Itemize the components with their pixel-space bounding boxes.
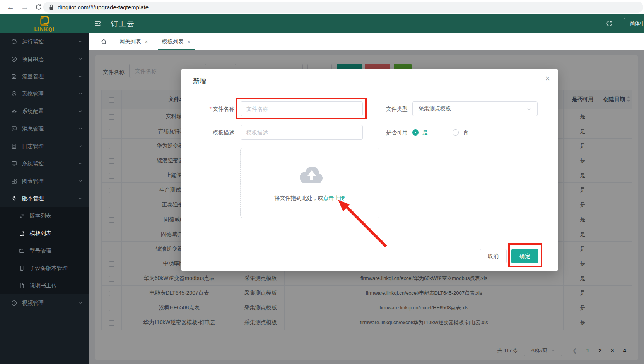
sidebar-item-系统配置[interactable]: 系统配置 <box>0 103 89 120</box>
sidebar-item-流量管理[interactable]: 流量管理 <box>0 68 89 85</box>
radio-yes-label: 是 <box>422 129 428 136</box>
chevron-down-icon <box>78 300 83 307</box>
lock-icon <box>49 4 54 10</box>
logo: LINKQI <box>0 15 89 33</box>
close-icon[interactable]: × <box>145 39 148 45</box>
chevron-down-icon <box>78 74 83 80</box>
gear-icon <box>11 108 17 115</box>
chevron-down-icon <box>78 91 83 98</box>
radio-yes[interactable] <box>412 129 419 136</box>
chevron-down-icon <box>78 179 83 185</box>
refresh-icon <box>11 38 17 45</box>
upload-hint: 将文件拖到此处，或点击上传 <box>241 195 379 202</box>
tab-模板列表[interactable]: 模板列表× <box>161 33 192 50</box>
file-type-select[interactable]: 采集测点模板 <box>412 101 538 116</box>
address-bar[interactable]: dingiiot.com/#/upgrade-tagtemplate <box>43 2 643 13</box>
sidebar-item-消息管理[interactable]: 消息管理 <box>0 120 89 137</box>
rocket-icon <box>11 195 17 202</box>
url-text: dingiiot.com/#/upgrade-tagtemplate <box>58 4 149 10</box>
sidebar-item-图表管理[interactable]: 图表管理 <box>0 172 89 190</box>
model-icon <box>19 247 25 254</box>
monitor-icon <box>11 160 17 167</box>
log-icon <box>11 143 17 149</box>
radio-no-label: 否 <box>463 129 468 136</box>
sidebar-item-系统管理[interactable]: 系统管理 <box>0 85 89 103</box>
sidebar-item-型号管理[interactable]: 型号管理 <box>0 242 89 259</box>
forward-arrow-icon[interactable]: → <box>21 3 29 11</box>
cancel-button[interactable]: 取消 <box>480 249 507 263</box>
chart-icon <box>11 178 17 184</box>
chevron-down-icon <box>78 57 83 63</box>
app-header: LINKQI 钉工云 简体中 <box>0 14 644 33</box>
back-arrow-icon[interactable]: ← <box>7 3 14 11</box>
sidebar-item-系统监控[interactable]: 系统监控 <box>0 155 89 172</box>
shield-icon <box>11 91 17 97</box>
description-input[interactable] <box>241 125 363 140</box>
file-name-input[interactable] <box>241 101 363 116</box>
sidebar-item-版本列表[interactable]: 版本列表 <box>0 207 89 225</box>
language-button[interactable]: 简体中 <box>624 18 644 29</box>
page-title: 钉工云 <box>111 19 135 29</box>
home-icon[interactable] <box>101 38 107 45</box>
chevron-down-icon <box>78 126 83 132</box>
confirm-button[interactable]: 确定 <box>511 249 538 263</box>
sidebar-item-项目组态[interactable]: 项目组态 <box>0 50 89 68</box>
chevron-down-icon <box>78 161 83 167</box>
fold-icon[interactable] <box>94 20 101 29</box>
logo-text: LINKQI <box>34 26 55 32</box>
reload-icon[interactable] <box>35 3 42 10</box>
upload-dropzone[interactable]: 将文件拖到此处，或点击上传 <box>240 148 379 218</box>
chat-icon <box>11 125 17 132</box>
sidebar-item-运行监控[interactable]: 运行监控 <box>0 33 89 50</box>
template-icon <box>19 230 25 237</box>
sidebar-item-子设备版本管理[interactable]: 子设备版本管理 <box>0 259 89 277</box>
close-icon[interactable]: × <box>545 74 550 83</box>
device-icon <box>19 265 25 271</box>
dialog-title: 新增 <box>193 77 206 86</box>
sidebar: 运行监控项目组态流量管理系统管理系统配置消息管理日志管理系统监控图表管理版本管理… <box>0 33 89 364</box>
manual-icon <box>19 282 25 289</box>
add-dialog: 新增 × *文件名称 文件类型 采集测点模板 模板描述 是否可用 是 否 将文件… <box>181 69 558 271</box>
video-icon <box>11 300 17 306</box>
sim-card-icon <box>11 73 17 80</box>
sidebar-item-模板列表[interactable]: 模板列表 <box>0 225 89 242</box>
sidebar-item-日志管理[interactable]: 日志管理 <box>0 137 89 155</box>
cloud-upload-icon <box>296 164 325 184</box>
browser-chrome: ← → dingiiot.com/#/upgrade-tagtemplate <box>0 0 644 14</box>
available-radio-group: 是 否 <box>412 125 468 140</box>
refresh-icon[interactable] <box>606 20 613 29</box>
tab-bar: 网关列表×模板列表× <box>89 33 644 50</box>
chevron-down-icon <box>78 109 83 115</box>
sidebar-item-视频管理[interactable]: 视频管理 <box>0 294 89 312</box>
sidebar-item-版本管理[interactable]: 版本管理 <box>0 190 89 207</box>
link-icon <box>19 213 25 219</box>
file-name-label: *文件名称 <box>192 101 234 116</box>
sidebar-item-说明书上传[interactable]: 说明书上传 <box>0 277 89 294</box>
description-label: 模板描述 <box>192 125 234 140</box>
check-circle-icon <box>11 56 17 62</box>
upload-link[interactable]: 点击上传 <box>323 195 345 201</box>
sidebar-submenu: 版本列表模板列表型号管理子设备版本管理说明书上传 <box>0 207 89 294</box>
linkqi-logo-icon <box>39 16 50 26</box>
chevron-down-icon <box>78 39 83 45</box>
chevron-down-icon <box>78 144 83 150</box>
chevron-up-icon <box>78 196 83 202</box>
available-label: 是否可用 <box>365 125 408 140</box>
radio-no[interactable] <box>453 129 459 136</box>
chevron-down-icon <box>526 106 531 112</box>
close-icon[interactable]: × <box>187 39 191 45</box>
file-type-label: 文件类型 <box>365 101 408 116</box>
tab-网关列表[interactable]: 网关列表× <box>118 33 150 50</box>
